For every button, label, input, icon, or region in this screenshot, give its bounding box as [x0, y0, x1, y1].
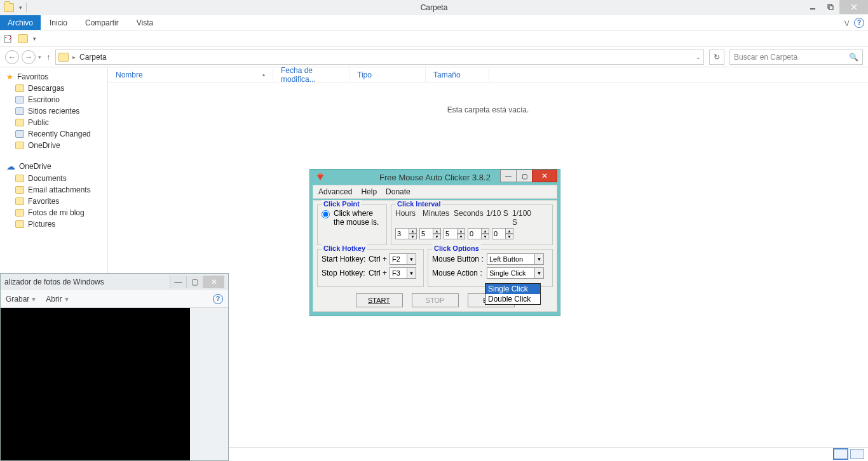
- close-button[interactable]: [839, 0, 868, 14]
- back-button[interactable]: ←: [5, 50, 19, 64]
- interval-labels: HoursMinutesSeconds1/10 S1/100 S: [395, 209, 548, 227]
- stop-hotkey-combo[interactable]: ▼: [390, 267, 416, 279]
- minimize-button[interactable]: —: [500, 170, 517, 182]
- label: OneDrive: [19, 162, 51, 171]
- sidebar-item-documents[interactable]: Documents: [0, 173, 107, 184]
- tool-abrir[interactable]: Abrir: [46, 295, 62, 304]
- cloud-icon: ☁: [6, 161, 15, 171]
- hundredths-spin[interactable]: ▲▼: [492, 228, 513, 239]
- photo-title: alizador de fotos de Windows: [4, 277, 170, 286]
- help-icon[interactable]: ?: [213, 294, 223, 304]
- col-fecha[interactable]: Fecha de modifica...: [273, 67, 349, 82]
- label: Descargas: [28, 84, 64, 93]
- tool-grabar[interactable]: Grabar: [6, 295, 29, 304]
- sidebar-item-escritorio[interactable]: Escritorio: [0, 94, 107, 105]
- chevron-down-icon[interactable]: ▾: [32, 295, 36, 304]
- mouse-action-dropdown[interactable]: Single Click Double Click: [485, 283, 541, 305]
- folder-icon: [58, 53, 69, 62]
- sidebar-item-fotos[interactable]: Fotos de mi blog: [0, 207, 107, 218]
- hours-spin[interactable]: ▲▼: [395, 228, 417, 239]
- start-button[interactable]: START: [356, 293, 403, 307]
- forward-button[interactable]: →: [22, 50, 36, 64]
- nav-bar: ← → ▾ ↑ ▸ Carpeta ⌄ ↻ Buscar en Carpeta …: [0, 47, 868, 67]
- close-button[interactable]: ✕: [532, 170, 557, 182]
- folder-icon: [15, 142, 24, 149]
- dropdown-item-double[interactable]: Double Click: [485, 294, 540, 304]
- chevron-down-icon[interactable]: ⋁: [844, 20, 849, 26]
- stop-button[interactable]: STOP: [412, 293, 459, 307]
- search-placeholder: Buscar en Carpeta: [734, 53, 797, 62]
- details-view-icon[interactable]: [834, 449, 848, 459]
- chevron-down-icon[interactable]: ▾: [33, 36, 36, 42]
- close-button[interactable]: ✕: [203, 276, 224, 288]
- refresh-button[interactable]: ↻: [709, 50, 724, 65]
- sidebar-item-public[interactable]: Public: [0, 117, 107, 128]
- search-input[interactable]: Buscar en Carpeta 🔍: [729, 50, 863, 65]
- chevron-down-icon[interactable]: ▾: [19, 4, 22, 11]
- legend: Click Options: [432, 244, 481, 252]
- sidebar-item-pictures[interactable]: Pictures: [0, 218, 107, 230]
- sidebar-onedrive-header[interactable]: ☁OneDrive: [0, 160, 107, 173]
- chevron-down-icon[interactable]: ⌄: [696, 54, 701, 60]
- address-bar[interactable]: ▸ Carpeta ⌄: [55, 50, 704, 65]
- maximize-button[interactable]: ▢: [516, 170, 532, 182]
- app-menu: Advanced Help Donate: [313, 185, 557, 199]
- maximize-button[interactable]: ▢: [186, 276, 203, 288]
- click-point-group: Click Point Click where the mouse is.: [317, 204, 387, 245]
- folder-icon: [15, 186, 24, 194]
- recent-dropdown[interactable]: ▾: [38, 54, 41, 60]
- mouse-action-combo[interactable]: ▼: [487, 267, 544, 279]
- folder-icon[interactable]: [18, 34, 28, 43]
- legend: Click Point: [322, 200, 362, 208]
- label: Sitios recientes: [28, 107, 79, 116]
- photo-viewer-window: alizador de fotos de Windows — ▢ ✕ Graba…: [0, 273, 229, 461]
- label: Favoritos: [17, 72, 48, 81]
- sidebar-item-onedrive-fav[interactable]: OneDrive: [0, 140, 107, 151]
- col-nombre[interactable]: Nombre▴: [108, 67, 273, 82]
- sidebar-item-sitios[interactable]: Sitios recientes: [0, 105, 107, 117]
- minimize-button[interactable]: —: [170, 276, 186, 288]
- click-interval-group: Click Interval HoursMinutesSeconds1/10 S…: [391, 204, 553, 245]
- minutes-spin[interactable]: ▲▼: [419, 228, 441, 239]
- tenths-spin[interactable]: ▲▼: [468, 228, 489, 239]
- start-hotkey-combo[interactable]: ▼: [390, 253, 416, 265]
- menu-help[interactable]: Help: [361, 187, 377, 196]
- empty-message: Esta carpeta está vacía.: [108, 105, 868, 114]
- breadcrumb[interactable]: Carpeta: [79, 53, 107, 62]
- col-tamano[interactable]: Tamaño: [426, 67, 489, 82]
- ribbon-tab-vista[interactable]: Vista: [128, 15, 162, 30]
- menu-donate[interactable]: Donate: [386, 187, 410, 196]
- window-title: Carpeta: [421, 3, 448, 12]
- radio-mouse-pos[interactable]: Click where the mouse is.: [322, 209, 383, 227]
- sidebar-item-favorites[interactable]: Favorites: [0, 196, 107, 207]
- svg-marker-8: [317, 173, 323, 175]
- up-button[interactable]: ↑: [44, 53, 53, 62]
- properties-icon[interactable]: [4, 34, 13, 43]
- sidebar-favorites-header[interactable]: ★Favoritos: [0, 71, 107, 83]
- dropdown-item-single[interactable]: Single Click: [485, 284, 540, 294]
- ribbon-tab-inicio[interactable]: Inicio: [41, 15, 76, 30]
- help-icon[interactable]: ?: [854, 18, 864, 28]
- ribbon-tab-compartir[interactable]: Compartir: [76, 15, 128, 30]
- ribbon-file[interactable]: Archivo: [0, 15, 41, 30]
- separator: [26, 3, 27, 13]
- maximize-button[interactable]: [822, 0, 839, 14]
- svg-rect-2: [829, 6, 833, 10]
- seconds-spin[interactable]: ▲▼: [444, 228, 465, 239]
- sidebar-item-descargas[interactable]: Descargas: [0, 83, 107, 94]
- label: OneDrive: [28, 141, 60, 150]
- folder-icon: [15, 209, 24, 217]
- start-hotkey-label: Start Hotkey:: [322, 255, 366, 264]
- label: Pictures: [28, 220, 55, 229]
- click-hotkey-group: Click Hotkey Start Hotkey:Ctrl +▼ Stop H…: [317, 249, 424, 287]
- mouse-button-combo[interactable]: ▼: [487, 253, 544, 265]
- chevron-down-icon[interactable]: ▾: [65, 295, 69, 304]
- label: Recently Changed: [28, 130, 91, 138]
- menu-advanced[interactable]: Advanced: [318, 187, 352, 196]
- col-tipo[interactable]: Tipo: [349, 67, 426, 82]
- stop-hotkey-label: Stop Hotkey:: [322, 269, 366, 277]
- sidebar-item-recently[interactable]: Recently Changed: [0, 128, 107, 140]
- sidebar-item-email[interactable]: Email attachments: [0, 184, 107, 196]
- tiles-view-icon[interactable]: [850, 449, 864, 459]
- minimize-button[interactable]: [804, 0, 822, 14]
